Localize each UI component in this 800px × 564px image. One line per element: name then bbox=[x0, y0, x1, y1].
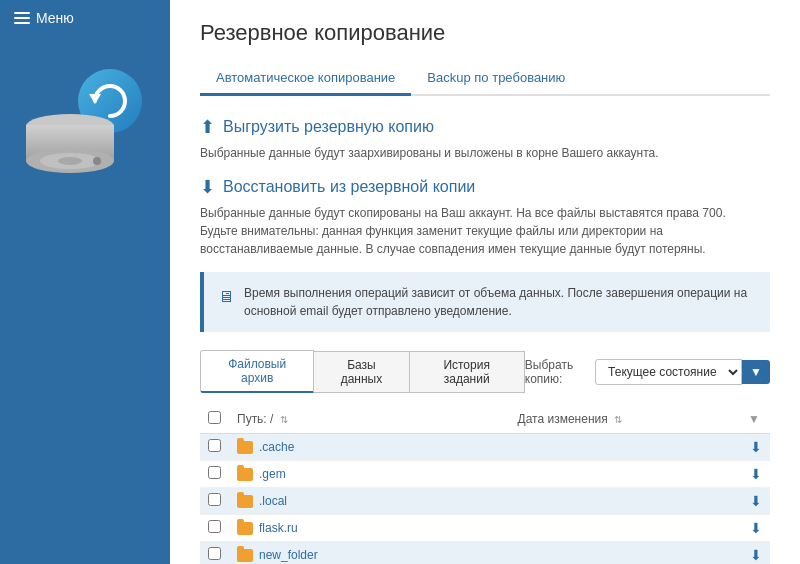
row-path-cell: .gem bbox=[229, 461, 510, 488]
table-row: .gem ⬇ bbox=[200, 461, 770, 488]
row-date-cell bbox=[510, 542, 740, 565]
sub-tab-files[interactable]: Файловый архив bbox=[200, 350, 314, 393]
action-header: ▼ bbox=[740, 405, 770, 434]
row-action-cell: ⬇ bbox=[740, 542, 770, 565]
row-checkbox[interactable] bbox=[208, 466, 221, 479]
filter-icon[interactable]: ▼ bbox=[748, 412, 760, 426]
download-icon[interactable]: ⬇ bbox=[750, 547, 762, 563]
row-filename: .gem bbox=[259, 467, 286, 481]
row-path-cell: .cache bbox=[229, 434, 510, 461]
folder-icon bbox=[237, 468, 253, 481]
select-all-checkbox[interactable] bbox=[208, 411, 221, 424]
copy-selector: Выбрать копию: Текущее состояние Вчера Н… bbox=[525, 358, 770, 386]
app-logo bbox=[25, 66, 145, 176]
folder-icon bbox=[237, 495, 253, 508]
row-path-cell: .local bbox=[229, 488, 510, 515]
sidebar: Меню bbox=[0, 0, 170, 564]
download-icon[interactable]: ⬇ bbox=[750, 520, 762, 536]
row-action-cell: ⬇ bbox=[740, 461, 770, 488]
hamburger-icon bbox=[14, 12, 30, 24]
row-date-cell bbox=[510, 515, 740, 542]
date-sort-icon[interactable]: ⇅ bbox=[614, 414, 622, 425]
row-checkbox-cell bbox=[200, 434, 229, 461]
restore-section-desc: Выбранные данные будут скопированы на Ва… bbox=[200, 204, 770, 258]
row-checkbox[interactable] bbox=[208, 439, 221, 452]
svg-point-7 bbox=[93, 157, 101, 165]
page-title: Резервное копирование bbox=[200, 20, 770, 46]
table-row: new_folder ⬇ bbox=[200, 542, 770, 565]
row-filename: new_folder bbox=[259, 548, 318, 562]
info-box: 🖥 Время выполнения операций зависит от о… bbox=[200, 272, 770, 332]
logo-hdd-icon bbox=[25, 111, 115, 176]
restore-icon: ⬇ bbox=[200, 176, 215, 198]
tab-manual[interactable]: Backup по требованию bbox=[411, 62, 581, 96]
folder-icon bbox=[237, 522, 253, 535]
path-header: Путь: / ⇅ bbox=[229, 405, 510, 434]
row-checkbox[interactable] bbox=[208, 547, 221, 560]
menu-label: Меню bbox=[36, 10, 74, 26]
copy-select-label: Выбрать копию: bbox=[525, 358, 587, 386]
folder-icon bbox=[237, 441, 253, 454]
upload-section-desc: Выбранные данные будут заархивированы и … bbox=[200, 144, 770, 162]
copy-select-wrapper: Текущее состояние Вчера Неделю назад ▼ bbox=[595, 359, 770, 385]
row-checkbox[interactable] bbox=[208, 493, 221, 506]
row-filename: .cache bbox=[259, 440, 294, 454]
main-tabs: Автоматическое копирование Backup по тре… bbox=[200, 62, 770, 96]
upload-section-title: ⬆ Выгрузить резервную копию bbox=[200, 116, 770, 138]
row-filename: flask.ru bbox=[259, 521, 298, 535]
row-checkbox[interactable] bbox=[208, 520, 221, 533]
row-action-cell: ⬇ bbox=[740, 488, 770, 515]
row-date-cell bbox=[510, 488, 740, 515]
download-icon[interactable]: ⬇ bbox=[750, 439, 762, 455]
info-box-icon: 🖥 bbox=[218, 285, 234, 309]
sub-tabs-bar: Файловый архив Базы данных История задан… bbox=[200, 350, 770, 393]
sub-tab-db[interactable]: Базы данных bbox=[314, 351, 409, 393]
main-content: Резервное копирование Автоматическое коп… bbox=[170, 0, 800, 564]
table-row: .local ⬇ bbox=[200, 488, 770, 515]
sidebar-logo bbox=[0, 36, 170, 206]
menu-button[interactable]: Меню bbox=[0, 0, 88, 36]
row-checkbox-cell bbox=[200, 488, 229, 515]
tab-auto[interactable]: Автоматическое копирование bbox=[200, 62, 411, 96]
row-path-cell: flask.ru bbox=[229, 515, 510, 542]
download-icon[interactable]: ⬇ bbox=[750, 493, 762, 509]
file-table: Путь: / ⇅ Дата изменения ⇅ ▼ bbox=[200, 405, 770, 564]
row-path-cell: new_folder bbox=[229, 542, 510, 565]
row-checkbox-cell bbox=[200, 461, 229, 488]
date-header: Дата изменения ⇅ bbox=[510, 405, 740, 434]
row-action-cell: ⬇ bbox=[740, 434, 770, 461]
row-date-cell bbox=[510, 461, 740, 488]
info-box-text: Время выполнения операций зависит от объ… bbox=[244, 284, 756, 320]
row-checkbox-cell bbox=[200, 515, 229, 542]
row-checkbox-cell bbox=[200, 542, 229, 565]
download-icon[interactable]: ⬇ bbox=[750, 466, 762, 482]
path-sort-icon[interactable]: ⇅ bbox=[280, 414, 288, 425]
copy-select-dropdown[interactable]: Текущее состояние Вчера Неделю назад bbox=[595, 359, 742, 385]
sub-tab-history[interactable]: История заданий bbox=[410, 351, 525, 393]
restore-section-title: ⬇ Восстановить из резервной копии bbox=[200, 176, 770, 198]
table-row: .cache ⬇ bbox=[200, 434, 770, 461]
row-filename: .local bbox=[259, 494, 287, 508]
select-all-header bbox=[200, 405, 229, 434]
row-date-cell bbox=[510, 434, 740, 461]
row-action-cell: ⬇ bbox=[740, 515, 770, 542]
upload-icon: ⬆ bbox=[200, 116, 215, 138]
copy-select-expand-button[interactable]: ▼ bbox=[742, 360, 770, 384]
svg-point-6 bbox=[58, 157, 82, 165]
folder-icon bbox=[237, 549, 253, 562]
table-row: flask.ru ⬇ bbox=[200, 515, 770, 542]
